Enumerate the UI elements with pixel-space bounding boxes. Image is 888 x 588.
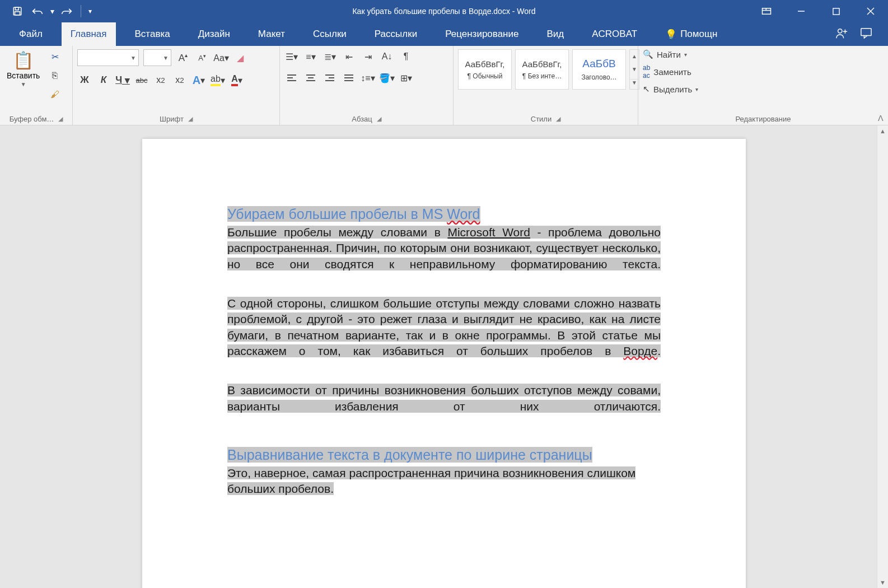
tell-me[interactable]: 💡 Помощн — [656, 22, 726, 46]
tab-design[interactable]: Дизайн — [189, 22, 239, 46]
replace-label: Заменить — [653, 67, 691, 77]
font-name-combo[interactable]: ▼ — [77, 49, 139, 66]
style-normal[interactable]: АаБбВвГг, ¶ Обычный — [458, 49, 512, 90]
style-name: Заголово… — [581, 73, 616, 81]
shading-button[interactable]: 🪣▾ — [380, 71, 394, 85]
group-styles-label: Стили — [531, 115, 552, 123]
share-icon[interactable] — [835, 27, 848, 42]
font-size-combo[interactable]: ▼ — [143, 49, 171, 66]
grow-font-button[interactable]: A▴ — [176, 50, 190, 65]
maximize-button[interactable] — [820, 0, 852, 22]
doc-p1a: Большие пробелы между словами в — [227, 226, 447, 239]
ribbon: 📋 Вставить ▼ ✂ ⎘ 🖌 Буфер обм…◢ ▼ ▼ A▴ A▾… — [0, 46, 888, 125]
subscript-button[interactable]: x2 — [153, 73, 168, 87]
replace-icon: abac — [643, 64, 650, 80]
tab-insert[interactable]: Вставка — [126, 22, 179, 46]
ribbon-display-options[interactable] — [750, 0, 783, 22]
redo-button[interactable] — [57, 3, 76, 20]
scissors-icon: ✂ — [52, 52, 59, 62]
replace-button[interactable]: abacЗаменить — [643, 64, 698, 80]
close-button[interactable] — [854, 0, 887, 22]
style-preview: АаБбВ — [582, 58, 615, 70]
font-color-button[interactable]: A▾ — [230, 73, 244, 87]
dialog-launcher-icon[interactable]: ◢ — [377, 115, 381, 123]
numbering-button[interactable]: ≡▾ — [303, 49, 318, 64]
undo-button[interactable] — [28, 3, 47, 20]
sort-button[interactable]: A↓ — [380, 49, 394, 64]
bold-button[interactable]: Ж — [77, 73, 92, 87]
decrease-indent-button[interactable]: ⇤ — [342, 49, 356, 64]
cursor-icon: ↖ — [643, 84, 650, 94]
style-name: ¶ Без инте… — [522, 72, 562, 80]
group-font: ▼ ▼ A▴ A▾ Aa▾ ◢ Ж К Ч ▾ abc x2 x2 A▾ ab▾… — [73, 46, 280, 125]
select-button[interactable]: ↖Выделить▾ — [643, 84, 698, 94]
doc-p2a: С одной стороны, слишком большие отступы… — [227, 297, 661, 357]
highlight-button[interactable]: ab▾ — [211, 73, 225, 87]
increase-indent-button[interactable]: ⇥ — [361, 49, 375, 64]
brush-icon: 🖌 — [50, 90, 59, 100]
borders-button[interactable]: ⊞▾ — [399, 71, 413, 85]
align-right-button[interactable] — [323, 71, 337, 85]
copy-button[interactable]: ⎘ — [48, 68, 62, 83]
tab-file[interactable]: Файл — [10, 22, 52, 46]
svg-rect-11 — [861, 28, 871, 35]
save-button[interactable] — [8, 3, 27, 20]
doc-heading-1-word: Word — [447, 206, 480, 222]
group-styles: АаБбВвГг, ¶ Обычный АаБбВвГг, ¶ Без инте… — [454, 46, 638, 125]
collapse-ribbon-button[interactable]: ᐱ — [878, 114, 884, 123]
dialog-launcher-icon[interactable]: ◢ — [58, 115, 63, 123]
svg-rect-5 — [833, 8, 839, 14]
change-case-button[interactable]: Aa▾ — [214, 50, 228, 65]
text-effects-button[interactable]: A▾ — [191, 73, 206, 87]
comments-icon[interactable] — [860, 27, 872, 41]
find-label: Найти — [657, 50, 681, 59]
underline-button[interactable]: Ч ▾ — [115, 73, 130, 87]
style-heading1[interactable]: АаБбВ Заголово… — [572, 49, 626, 90]
tab-view[interactable]: Вид — [538, 22, 573, 46]
tell-me-label: Помощн — [680, 29, 717, 40]
align-left-button[interactable] — [284, 71, 299, 85]
tab-references[interactable]: Ссылки — [304, 22, 356, 46]
style-no-spacing[interactable]: АаБбВвГг, ¶ Без инте… — [515, 49, 569, 90]
page[interactable]: Убираем большие пробелы в MS Word Больши… — [142, 139, 746, 588]
vertical-scrollbar[interactable]: ▲ ▼ — [877, 125, 888, 588]
paint-bucket-icon: 🪣 — [379, 73, 390, 83]
align-center-button[interactable] — [303, 71, 318, 85]
qat-customize[interactable]: ▾ — [86, 3, 95, 20]
cut-button[interactable]: ✂ — [48, 49, 62, 64]
dialog-launcher-icon[interactable]: ◢ — [188, 115, 193, 123]
scroll-up-icon[interactable]: ▲ — [877, 125, 888, 137]
paste-button[interactable]: 📋 Вставить ▼ — [4, 49, 42, 88]
multilevel-list-button[interactable]: ≣▾ — [323, 49, 337, 64]
group-clipboard-label: Буфер обм… — [10, 115, 54, 123]
doc-p2b: Ворде — [623, 344, 657, 357]
paste-label: Вставить — [7, 71, 40, 80]
dialog-launcher-icon[interactable]: ◢ — [556, 115, 560, 123]
undo-dropdown[interactable]: ▾ — [48, 3, 56, 20]
chevron-down-icon: ▼ — [130, 55, 136, 61]
tab-acrobat[interactable]: ACROBAT — [583, 22, 646, 46]
minimize-button[interactable] — [785, 0, 817, 22]
lightbulb-icon: 💡 — [665, 29, 677, 40]
tab-layout[interactable]: Макет — [249, 22, 294, 46]
svg-point-8 — [838, 29, 842, 32]
find-button[interactable]: 🔍Найти▾ — [643, 49, 698, 59]
italic-button[interactable]: К — [96, 73, 111, 87]
justify-button[interactable] — [342, 71, 356, 85]
bullets-button[interactable]: ☰▾ — [284, 49, 299, 64]
style-preview: АаБбВвГг, — [465, 59, 505, 69]
eraser-icon: ◢ — [237, 53, 244, 63]
tab-home[interactable]: Главная — [62, 22, 116, 46]
group-clipboard: 📋 Вставить ▼ ✂ ⎘ 🖌 Буфер обм…◢ — [0, 46, 73, 125]
line-spacing-button[interactable]: ↕≡▾ — [361, 71, 375, 85]
strikethrough-button[interactable]: abc — [134, 73, 149, 87]
shrink-font-button[interactable]: A▾ — [195, 50, 209, 65]
superscript-button[interactable]: x2 — [172, 73, 187, 87]
show-marks-button[interactable]: ¶ — [399, 49, 413, 64]
tab-review[interactable]: Рецензирование — [436, 22, 527, 46]
clear-formatting-button[interactable]: ◢ — [233, 50, 247, 65]
separator — [81, 5, 81, 17]
format-painter-button[interactable]: 🖌 — [48, 87, 62, 102]
scroll-down-icon[interactable]: ▼ — [877, 577, 888, 588]
tab-mailings[interactable]: Рассылки — [366, 22, 426, 46]
